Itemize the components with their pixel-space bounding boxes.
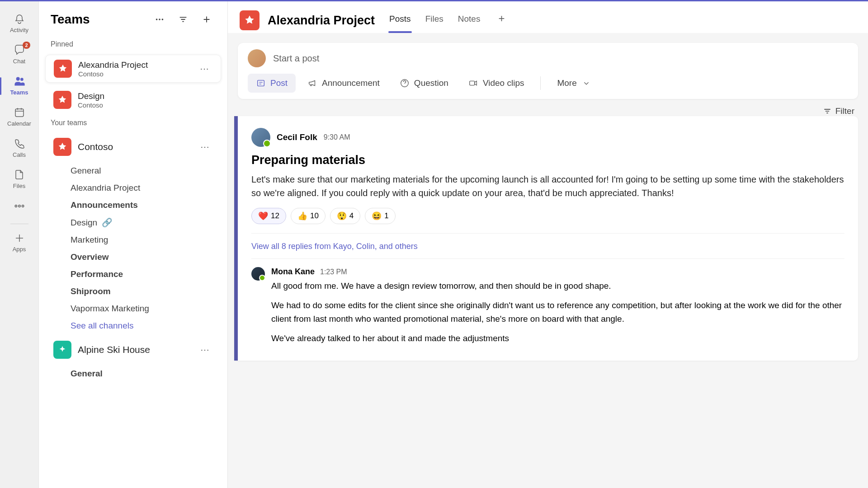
- channel-tabs: Posts Files Notes +: [388, 8, 509, 33]
- team-name: Alpine Ski House: [78, 344, 190, 355]
- channel-avatar-icon: [240, 10, 259, 30]
- user-avatar: [248, 49, 266, 67]
- team-item-alpine[interactable]: Alpine Ski House ⋯: [45, 336, 221, 363]
- reaction-heart[interactable]: ❤️12: [251, 208, 286, 224]
- compose-video-button[interactable]: Video clips: [460, 74, 533, 93]
- reply-author-avatar[interactable]: [251, 267, 265, 281]
- svg-point-1: [20, 78, 23, 80]
- plus-icon: [14, 232, 25, 244]
- svg-point-5: [22, 205, 24, 207]
- file-icon: [14, 169, 25, 181]
- tab-posts[interactable]: Posts: [388, 8, 412, 33]
- channel-announcements[interactable]: Announcements: [71, 197, 227, 214]
- sidebar-more-button[interactable]: [151, 10, 169, 28]
- compose-more-button[interactable]: More: [549, 74, 599, 93]
- nav-label: Chat: [13, 58, 25, 65]
- pinned-item-design[interactable]: Design Contoso: [45, 86, 221, 113]
- compose-question-button[interactable]: Question: [392, 74, 457, 93]
- team-avatar-icon: [54, 60, 72, 78]
- sidebar-add-button[interactable]: [198, 10, 216, 28]
- link-icon: 🔗: [102, 217, 113, 228]
- compose-input[interactable]: Start a post: [273, 53, 319, 64]
- post-card: Cecil Folk 9:30 AM Preparing materials L…: [234, 116, 858, 361]
- view-replies-link[interactable]: View all 8 replies from Kayo, Colin, and…: [251, 234, 844, 256]
- team-item-contoso[interactable]: Contoso ⋯: [45, 133, 221, 160]
- channel-overview[interactable]: Overview: [71, 249, 227, 266]
- sidebar-title: Teams: [51, 12, 145, 27]
- nav-label: Calendar: [7, 120, 31, 127]
- reply-time: 1:23 PM: [320, 268, 347, 276]
- reply-author[interactable]: Mona Kane: [271, 267, 315, 277]
- nav-more[interactable]: [4, 197, 35, 216]
- app-nav-rail: Activity 2 Chat Teams Calendar Calls Fil…: [0, 1, 39, 488]
- nav-divider: [10, 224, 28, 224]
- separator: [540, 76, 541, 90]
- see-all-channels-link[interactable]: See all channels: [71, 317, 227, 334]
- nav-files[interactable]: Files: [4, 165, 35, 194]
- your-teams-label: Your teams: [39, 115, 227, 131]
- nav-label: Teams: [10, 89, 28, 96]
- svg-rect-11: [470, 81, 475, 85]
- teams-sidebar: Teams Pinned Alexandria Project Contoso …: [39, 1, 228, 488]
- nav-label: Calls: [13, 151, 26, 158]
- channel-general[interactable]: General: [71, 162, 227, 179]
- team-avatar-icon: [53, 138, 71, 156]
- team-sub: Contoso: [78, 101, 213, 109]
- pinned-item-alexandria[interactable]: Alexandria Project Contoso ⋯: [45, 55, 221, 83]
- team-more-button[interactable]: ⋯: [196, 61, 212, 76]
- channel-vapormax[interactable]: Vapormax Marketing: [71, 300, 227, 317]
- team-more-button[interactable]: ⋯: [197, 140, 213, 154]
- reaction-like[interactable]: 👍10: [291, 208, 326, 224]
- channel-title: Alexandria Project: [268, 14, 375, 28]
- pinned-section-label: Pinned: [39, 37, 227, 53]
- channel-marketing[interactable]: Marketing: [71, 231, 227, 249]
- channel-design[interactable]: Design🔗: [71, 214, 227, 231]
- svg-point-4: [18, 205, 20, 207]
- compose-announcement-button[interactable]: Announcement: [299, 74, 388, 93]
- nav-calendar[interactable]: Calendar: [4, 103, 35, 131]
- svg-rect-9: [258, 80, 264, 86]
- reply-item: Mona Kane 1:23 PM All good from me. We h…: [251, 258, 844, 352]
- nav-apps[interactable]: Apps: [4, 229, 35, 257]
- team-name: Alexandria Project: [78, 60, 190, 70]
- reaction-surprised[interactable]: 😲4: [330, 208, 360, 224]
- compose-post-button[interactable]: Post: [248, 74, 296, 93]
- compose-box: Start a post Post Announcement Question …: [238, 43, 858, 99]
- nav-teams[interactable]: Teams: [4, 72, 35, 100]
- channel-general-alpine[interactable]: General: [71, 365, 227, 382]
- nav-label: Apps: [13, 246, 26, 253]
- reactions-bar: ❤️12 👍10 😲4 😆1: [251, 208, 844, 234]
- channel-header: Alexandria Project Posts Files Notes +: [228, 1, 868, 33]
- team-avatar-icon: [53, 341, 71, 359]
- calendar-icon: [14, 107, 25, 118]
- channel-list-contoso: General Alexandria Project Announcements…: [39, 162, 227, 334]
- nav-chat[interactable]: 2 Chat: [4, 41, 35, 69]
- channel-list-alpine: General: [39, 365, 227, 382]
- channel-performance[interactable]: Performance: [71, 266, 227, 283]
- sidebar-header: Teams: [39, 1, 227, 37]
- sidebar-filter-button[interactable]: [174, 10, 192, 28]
- team-name: Design: [78, 91, 213, 101]
- post-body: Let's make sure that our marketing mater…: [251, 173, 844, 200]
- post-author-avatar[interactable]: [251, 128, 270, 147]
- channel-alexandria[interactable]: Alexandria Project: [71, 179, 227, 197]
- team-name: Contoso: [78, 141, 190, 152]
- channel-shiproom[interactable]: Shiproom: [71, 283, 227, 300]
- chat-badge: 2: [23, 42, 30, 49]
- svg-point-6: [156, 19, 158, 20]
- post-time: 9:30 AM: [324, 133, 350, 141]
- nav-label: Activity: [10, 27, 28, 33]
- team-more-button[interactable]: ⋯: [197, 343, 213, 357]
- reply-text: All good from me. We have a design revie…: [271, 279, 844, 292]
- nav-activity[interactable]: Activity: [4, 9, 35, 38]
- reaction-laugh[interactable]: 😆1: [365, 208, 395, 224]
- tab-files[interactable]: Files: [425, 8, 444, 33]
- post-title: Preparing materials: [251, 153, 844, 167]
- post-author[interactable]: Cecil Folk: [277, 132, 317, 142]
- svg-point-7: [159, 19, 160, 20]
- filter-button[interactable]: Filter: [823, 106, 854, 116]
- tab-notes[interactable]: Notes: [457, 8, 481, 33]
- add-tab-button[interactable]: +: [494, 8, 509, 33]
- nav-calls[interactable]: Calls: [4, 134, 35, 163]
- phone-icon: [14, 138, 25, 150]
